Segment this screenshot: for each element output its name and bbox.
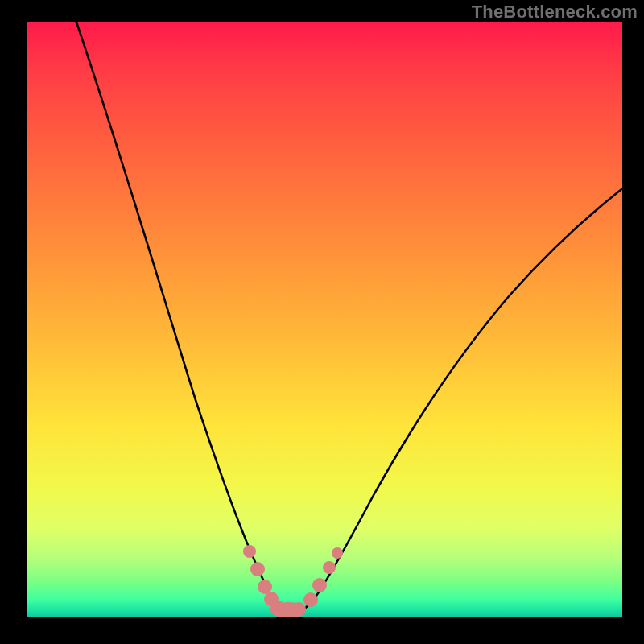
svg-point-5 <box>270 601 285 615</box>
svg-point-8 <box>312 578 327 592</box>
chart-frame: TheBottleneck.com <box>0 0 644 644</box>
svg-point-6 <box>291 602 306 617</box>
plot-area <box>27 22 622 617</box>
curve-svg <box>27 22 622 617</box>
watermark: TheBottleneck.com <box>472 2 638 23</box>
svg-point-1 <box>250 562 265 576</box>
svg-point-7 <box>303 592 318 607</box>
svg-point-0 <box>243 545 256 558</box>
svg-point-10 <box>332 547 343 559</box>
marker-cluster <box>243 545 343 617</box>
svg-point-9 <box>323 561 336 574</box>
bottleneck-curve <box>71 22 622 613</box>
